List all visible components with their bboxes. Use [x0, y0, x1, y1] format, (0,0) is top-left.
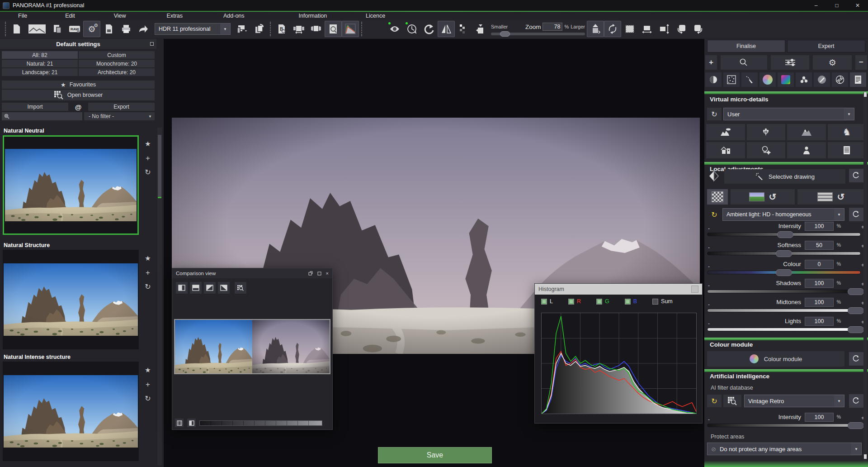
exif-tool-button[interactable] — [850, 72, 866, 87]
pin-icon[interactable] — [150, 42, 154, 46]
project-type-dropdown[interactable]: HDR 11 professional ▼ — [155, 23, 231, 35]
slider-decrease[interactable]: - — [708, 282, 710, 289]
close-icon[interactable]: × — [326, 271, 329, 276]
new-project-button[interactable] — [8, 21, 25, 37]
filter-natural-button[interactable]: Natural: 21 — [2, 60, 78, 67]
category-flora-button[interactable] — [747, 124, 786, 140]
scrollbar-thumb[interactable] — [864, 92, 867, 97]
slider-decrease[interactable]: - — [708, 263, 710, 270]
channel-l-toggle[interactable]: L — [541, 298, 553, 305]
slider-decrease[interactable]: - — [708, 320, 710, 327]
menu-edit[interactable]: Edit — [60, 13, 80, 19]
image-info-button[interactable]: B — [273, 21, 290, 37]
magnifier-view-button[interactable] — [325, 21, 342, 37]
favourites-button[interactable]: ★ Favourites — [2, 81, 155, 89]
export-presets-button[interactable]: Export — [88, 103, 155, 111]
slider-value[interactable]: 100 — [805, 413, 834, 422]
open-browser-button[interactable]: Open browser — [2, 90, 155, 100]
draw-tool-button[interactable] — [814, 72, 830, 87]
slider-value[interactable]: 50 — [805, 241, 834, 250]
retouch-tool-button[interactable] — [741, 72, 758, 87]
slider-thumb[interactable] — [776, 250, 792, 257]
preset-search-input[interactable] — [2, 112, 82, 120]
split-horizontal-button[interactable] — [190, 282, 202, 294]
reapply-preset-icon[interactable]: ↻ — [143, 393, 153, 403]
panorama-view-button[interactable] — [290, 21, 307, 37]
menu-view[interactable]: View — [108, 13, 132, 19]
filter-custom-button[interactable]: Custom — [79, 51, 155, 59]
vignette-tool-button[interactable] — [705, 72, 722, 87]
selection-button[interactable] — [621, 21, 638, 37]
process-settings-button[interactable]: ⚙ — [813, 55, 852, 70]
rotate-right-button[interactable] — [690, 21, 707, 37]
channel-sum-toggle[interactable]: Sum — [652, 298, 673, 305]
devices-button[interactable] — [233, 21, 250, 37]
slider-decrease[interactable]: - — [708, 301, 710, 308]
crop-button[interactable] — [472, 21, 489, 37]
slider-track[interactable] — [707, 309, 861, 312]
category-people-button[interactable] — [787, 142, 826, 158]
reset-layers-button[interactable]: ↺ — [797, 189, 864, 205]
slider-thumb[interactable] — [848, 307, 864, 314]
split-diagonal-button[interactable] — [204, 282, 216, 294]
filter-all-button[interactable]: All: 82 — [2, 51, 78, 59]
before-after-toggle[interactable] — [708, 170, 720, 183]
search-filter-button[interactable] — [721, 55, 767, 70]
channel-g-toggle[interactable]: G — [596, 298, 609, 305]
histogram-title-bar[interactable]: Histogram — [535, 284, 702, 295]
category-architecture-button[interactable] — [706, 142, 745, 158]
scrollbar-thumb[interactable] — [158, 135, 161, 198]
slider-value[interactable]: 100 — [805, 298, 834, 307]
selective-drawing-button[interactable]: Selective drawing — [724, 169, 845, 184]
scrollbar-thumb[interactable] — [864, 454, 867, 459]
chevron-down-icon[interactable]: ▼ — [220, 24, 230, 34]
category-animals-button[interactable]: ♞ — [828, 124, 867, 140]
slider-value[interactable]: 0 — [805, 260, 834, 269]
menu-information[interactable]: Information — [293, 13, 333, 19]
channel-r-toggle[interactable]: R — [568, 298, 581, 305]
menu-licence[interactable]: Licence — [360, 13, 391, 19]
micro-preset-dropdown[interactable]: User ▼ — [723, 108, 854, 120]
protect-areas-dropdown[interactable]: ⊘ Do not protect any image areas ▼ — [707, 443, 862, 455]
filter-monochrome-button[interactable]: Monochrome: 20 — [79, 60, 155, 67]
menu-extras[interactable]: Extras — [161, 13, 188, 19]
maximize-button[interactable]: □ — [826, 0, 847, 11]
ai-browser-button[interactable] — [723, 395, 741, 407]
parameters-button[interactable] — [771, 55, 810, 70]
comparison-title-bar[interactable]: Comparison view × — [172, 268, 332, 278]
colour-wheel-tool-button[interactable] — [760, 72, 776, 87]
close-button[interactable]: ✕ — [847, 0, 868, 11]
panel-scrollbar[interactable] — [863, 92, 867, 467]
import-button[interactable]: Import — [2, 103, 68, 111]
comparison-split-mode-button[interactable] — [187, 419, 196, 427]
aperture-tool-button[interactable] — [832, 72, 848, 87]
slider-thumb[interactable] — [777, 231, 793, 238]
slider-thumb[interactable] — [848, 326, 864, 333]
preset-thumbnail-selected[interactable] — [3, 135, 139, 235]
split-vertical-button[interactable] — [176, 282, 188, 294]
ambient-refresh-button[interactable]: ↻ — [707, 208, 722, 221]
slider-track[interactable] — [707, 328, 861, 331]
slider-decrease[interactable]: - — [708, 225, 710, 232]
slider-value[interactable]: 100 — [805, 279, 834, 288]
menu-addons[interactable]: Add-ons — [218, 13, 250, 19]
micro-refresh-button[interactable]: ↻ — [707, 108, 722, 120]
slider-value[interactable]: 100 — [805, 222, 834, 231]
histogram-view-button[interactable] — [342, 21, 359, 37]
detach-icon[interactable] — [308, 271, 313, 276]
comparison-edited-image[interactable] — [252, 320, 330, 373]
redo-button[interactable] — [420, 21, 438, 37]
zoom-value-input[interactable]: 78 — [542, 23, 562, 31]
preset-filter-dropdown[interactable]: - No filter - ▼ — [84, 112, 155, 120]
slider-thumb[interactable] — [776, 269, 792, 276]
ambient-expand-button[interactable] — [849, 208, 863, 221]
split-diagonal-reverse-button[interactable] — [218, 282, 230, 294]
resize-width-button[interactable] — [638, 21, 656, 37]
rotate-canvas-button[interactable] — [604, 21, 621, 37]
category-lights-button[interactable] — [747, 142, 786, 158]
reset-gradient-button[interactable]: ↺ — [731, 189, 795, 205]
remove-filter-button[interactable]: − — [855, 55, 867, 70]
mask-checker-button[interactable] — [707, 189, 728, 205]
slider-track[interactable] — [707, 233, 861, 236]
add-preset-icon[interactable]: + — [143, 268, 153, 278]
